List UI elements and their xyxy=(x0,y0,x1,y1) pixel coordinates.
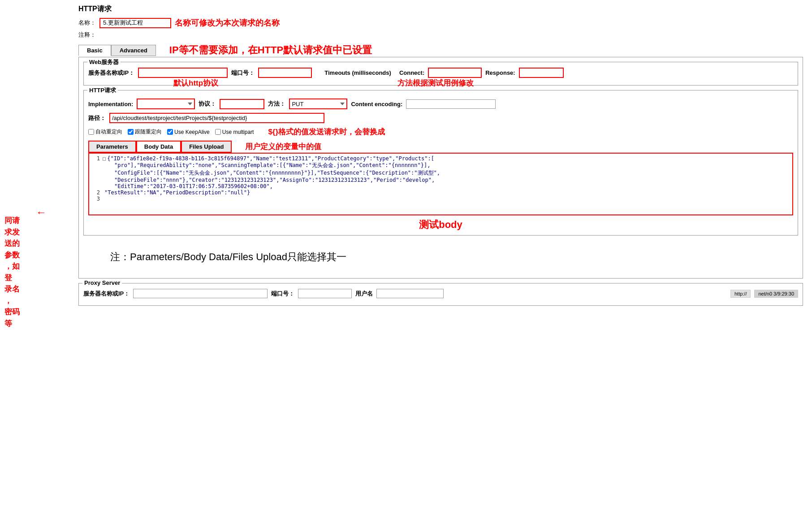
ip-annotation: IP等不需要添加，在HTTP默认请求值中已设置 xyxy=(169,43,372,57)
proxy-username-input[interactable] xyxy=(376,289,444,298)
coords-display: net/n0 3/9:29:30 xyxy=(754,290,798,298)
url-display: http:// xyxy=(730,290,751,298)
proxy-title: Proxy Server xyxy=(82,279,122,286)
server-label: 服务器名称或IP： xyxy=(88,69,134,77)
auto-redirect-label: 自动重定向 xyxy=(95,128,122,136)
variable-annotation: ${}格式的值发送请求时，会替换成 xyxy=(268,127,385,137)
tab-body-data[interactable]: Body Data xyxy=(136,141,181,153)
proxy-server-label: 服务器名称或IP： xyxy=(83,290,130,298)
tab-basic[interactable]: Basic xyxy=(78,45,111,56)
proxy-server-input[interactable] xyxy=(133,289,268,298)
line-2-content: "TestResult":"NA","PeriodDescription":"n… xyxy=(103,189,790,196)
use-keepalive-label: Use KeepAlive xyxy=(174,129,210,135)
use-keepalive-checkbox[interactable] xyxy=(167,129,173,135)
line-1b-content: "ConfigFile":[{"Name":"无头会金.json","Conte… xyxy=(103,169,790,177)
tab-files-upload[interactable]: Files Upload xyxy=(181,141,232,153)
arrow-right: ← xyxy=(36,206,47,219)
proxy-port-label: 端口号： xyxy=(271,290,294,298)
http-req-title: HTTP请求 xyxy=(87,86,118,94)
method-annotation: 方法根据测试用例修改 xyxy=(397,78,474,88)
method-select[interactable]: PUT GET POST DELETE xyxy=(289,99,347,109)
line-1-content: {"ID":"a6f1e8e2-f19a-4838-b116-3c815f694… xyxy=(107,155,790,162)
use-multipart-label: Use multipart xyxy=(222,129,254,135)
response-input[interactable] xyxy=(519,68,564,78)
page-title: HTTP请求 xyxy=(78,4,803,14)
line-1c-content: "DescribeFile":"nnnn"},"Creator":"123123… xyxy=(103,177,790,183)
protocol-annotation: 默认http协议 xyxy=(173,78,218,88)
line-num-2: 2 xyxy=(91,189,100,196)
web-server-title: Web服务器 xyxy=(87,58,121,66)
protocol-label: 协议： xyxy=(199,100,216,108)
note-row: 注释： xyxy=(78,31,803,39)
timeouts-label: Timeouts (milliseconds) xyxy=(324,69,391,76)
follow-redirect-label: 跟随重定向 xyxy=(135,128,162,136)
name-annotation: 名称可修改为本次请求的名称 xyxy=(175,17,280,28)
line-num-1: 1 xyxy=(91,155,100,162)
body-annotation: 测试body xyxy=(88,218,793,232)
name-label: 名称： xyxy=(78,19,96,27)
server-ip-input[interactable] xyxy=(138,68,228,78)
expand-icon-1[interactable]: □ xyxy=(103,155,106,162)
variable-annotation2: 用户定义的变量中的值 xyxy=(245,142,321,152)
path-input[interactable] xyxy=(109,113,324,123)
auto-redirect-checkbox[interactable] xyxy=(88,129,94,135)
follow-redirect-checkbox[interactable] xyxy=(128,129,134,135)
note-section: 注：Parameters/Body Data/Files Upload只能选择其… xyxy=(83,240,798,274)
port-input[interactable] xyxy=(258,68,312,78)
content-encoding-input[interactable] xyxy=(406,99,496,109)
port-label: 端口号： xyxy=(231,69,255,77)
proxy-username-label: 用户名 xyxy=(355,290,373,298)
code-editor: 1 □ {"ID":"a6f1e8e2-f19a-4838-b116-3c815… xyxy=(88,153,793,215)
line-num-3: 3 xyxy=(91,196,100,202)
connect-label: Connect: xyxy=(399,69,424,76)
connect-input[interactable] xyxy=(428,68,482,78)
tab-parameters[interactable]: Parameters xyxy=(88,141,136,153)
content-encoding-label: Content encoding: xyxy=(351,101,402,107)
proxy-port-input[interactable] xyxy=(298,289,352,298)
response-label: Response: xyxy=(485,69,515,76)
path-label: 路径： xyxy=(88,114,106,122)
impl-select[interactable] xyxy=(137,99,195,109)
protocol-input[interactable] xyxy=(220,99,264,109)
left-annotation-text: 同请求发送的参数，如登录名，密码等 xyxy=(4,215,20,329)
use-multipart-checkbox[interactable] xyxy=(215,129,221,135)
line-1a-content: "pro"],"RequiredAbility":"none","Scannin… xyxy=(103,162,790,169)
line-1d-content: "EditTime":"2017-03-01T17:06:57.58735960… xyxy=(103,183,790,189)
name-input[interactable] xyxy=(99,18,171,28)
tab-advanced[interactable]: Advanced xyxy=(111,45,156,56)
method-label: 方法： xyxy=(268,100,285,108)
impl-label: Implementation: xyxy=(88,101,133,107)
